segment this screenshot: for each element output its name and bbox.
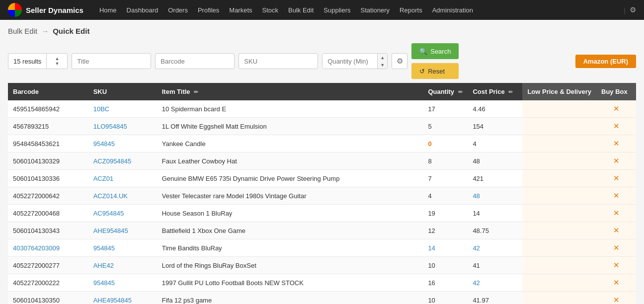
cell-barcode: 4052272000277 [8, 257, 88, 274]
cell-cost-price: 48.75 [468, 222, 522, 239]
sku-link[interactable]: 954845 [93, 140, 115, 148]
quantity-input[interactable] [322, 54, 377, 69]
table-row: 4052272000468AC954845House Season 1 BluR… [8, 205, 636, 222]
buy-box-x-icon[interactable]: ✕ [613, 261, 620, 269]
breadcrumb-parent[interactable]: Bulk Edit [8, 27, 37, 35]
nav-link-reports[interactable]: Reports [396, 4, 426, 16]
sku-link[interactable]: ACZ014.UK [93, 192, 128, 200]
cell-buy-box: ✕ [596, 222, 636, 239]
table-row: 40522720002229548451997 Gullit PU Lotto … [8, 274, 636, 292]
buy-box-x-icon[interactable]: ✕ [613, 296, 620, 304]
cell-buy-box: ✕ [596, 170, 636, 187]
cell-cost-price: 41.97 [468, 292, 522, 304]
cell-title: 10 Spiderman bcard E [157, 100, 423, 118]
cell-quantity: 7 [423, 170, 468, 187]
cell-buy-box: ✕ [596, 274, 636, 292]
nav-link-stationery[interactable]: Stationery [357, 4, 394, 16]
qty-edit-icon[interactable]: ✏ [458, 89, 463, 95]
cell-quantity: 10 [423, 257, 468, 274]
buy-box-x-icon[interactable]: ✕ [613, 122, 620, 130]
cell-title: 1L Off White Eggshell Matt Emulsion [157, 118, 423, 135]
buy-box-x-icon[interactable]: ✕ [613, 209, 620, 217]
gear-icon[interactable]: ⚙ [630, 5, 636, 14]
cell-sku: ACZ01 [88, 170, 157, 187]
qty-link[interactable]: 14 [428, 244, 435, 252]
cell-low-price [522, 135, 596, 152]
title-input[interactable] [72, 53, 151, 69]
buy-box-x-icon[interactable]: ✕ [613, 174, 620, 182]
results-dropdown-btn[interactable]: ▲ ▼ [46, 54, 67, 69]
cell-quantity: 14 [423, 239, 468, 257]
nav-link-stock[interactable]: Stock [258, 4, 283, 16]
up-arrow-icon: ▲ [50, 57, 64, 61]
buy-box-x-icon[interactable]: ✕ [613, 278, 620, 287]
reset-button[interactable]: ↺ Reset [411, 63, 459, 79]
th-quantity: Quantity ✏ [423, 83, 468, 100]
cell-quantity: 17 [423, 100, 468, 118]
cell-low-price [522, 274, 596, 292]
nav-link-home[interactable]: Home [95, 4, 121, 16]
cost-link[interactable]: 48 [473, 192, 480, 200]
nav-link-profiles[interactable]: Profiles [194, 4, 223, 16]
table-body: 459515486594210BC10 Spiderman bcard E174… [8, 100, 636, 304]
results-select[interactable]: 15 results ▲ ▼ [8, 53, 68, 69]
th-buy-box: Buy Box [596, 83, 636, 100]
cost-link[interactable]: 42 [473, 244, 480, 252]
th-barcode: Barcode [8, 83, 88, 100]
sku-link[interactable]: AHE42 [93, 262, 114, 269]
table-row: 5060104130336ACZ01Genuine BMW E65 735i D… [8, 170, 636, 187]
sku-link[interactable]: ACZ01 [93, 175, 113, 182]
quantity-up-btn[interactable]: ▲ [378, 54, 387, 61]
buy-box-x-icon[interactable]: ✕ [613, 156, 620, 165]
search-label: Search [430, 48, 451, 55]
cell-cost-price: 42 [468, 239, 522, 257]
cell-sku: AHE42 [88, 257, 157, 274]
buy-box-x-icon[interactable]: ✕ [613, 226, 620, 234]
nav-link-suppliers[interactable]: Suppliers [320, 4, 354, 16]
cell-cost-price: 4 [468, 135, 522, 152]
search-button[interactable]: 🔍 Search [411, 43, 459, 59]
settings-button[interactable]: ⚙ [392, 53, 407, 69]
cost-link[interactable]: 42 [473, 279, 480, 287]
sku-link[interactable]: AHE954845 [93, 227, 128, 234]
cell-low-price [522, 100, 596, 118]
barcode-input[interactable] [155, 53, 235, 69]
nav-link-bulk-edit[interactable]: Bulk Edit [284, 4, 318, 16]
cell-sku: 954845 [88, 135, 157, 152]
breadcrumb-arrow: → [41, 27, 49, 35]
nav-link-orders[interactable]: Orders [164, 4, 192, 16]
reset-label: Reset [428, 68, 445, 75]
cell-title: Faux Leather Cowboy Hat [157, 152, 423, 170]
buy-box-x-icon[interactable]: ✕ [613, 104, 620, 113]
cell-sku: 954845 [88, 239, 157, 257]
th-title: Item Title ✏ [157, 83, 423, 100]
amazon-badge[interactable]: Amazon (EUR) [575, 55, 636, 68]
cell-sku: 10BC [88, 100, 157, 118]
cell-barcode: 5060104130350 [8, 292, 88, 304]
brand-logo [8, 3, 22, 17]
sku-link[interactable]: AHE4954845 [93, 297, 132, 304]
cell-buy-box: ✕ [596, 292, 636, 304]
buy-box-x-icon[interactable]: ✕ [613, 243, 620, 252]
sku-link[interactable]: ACZ0954845 [93, 157, 132, 165]
buy-box-x-icon[interactable]: ✕ [613, 191, 620, 200]
cost-edit-icon[interactable]: ✏ [508, 89, 513, 95]
nav-link-markets[interactable]: Markets [225, 4, 256, 16]
sku-link[interactable]: 954845 [93, 279, 115, 287]
barcode-link[interactable]: 4030764203009 [13, 244, 60, 252]
cell-sku: AHE4954845 [88, 292, 157, 304]
sku-link[interactable]: AC954845 [93, 210, 124, 217]
cell-quantity: 12 [423, 222, 468, 239]
nav-link-dashboard[interactable]: Dashboard [123, 4, 162, 16]
sku-link[interactable]: 954845 [93, 244, 115, 252]
nav-link-administration[interactable]: Administration [428, 4, 477, 16]
cell-sku: 954845 [88, 274, 157, 292]
sku-input[interactable] [239, 53, 318, 69]
sku-link[interactable]: 1LO954845 [93, 123, 127, 130]
cell-title: Yankee Candle [157, 135, 423, 152]
brand-name: Seller Dynamics [26, 6, 83, 14]
title-edit-icon[interactable]: ✏ [194, 89, 198, 95]
buy-box-x-icon[interactable]: ✕ [613, 139, 620, 148]
quantity-down-btn[interactable]: ▼ [378, 61, 387, 69]
sku-link[interactable]: 10BC [93, 105, 110, 113]
